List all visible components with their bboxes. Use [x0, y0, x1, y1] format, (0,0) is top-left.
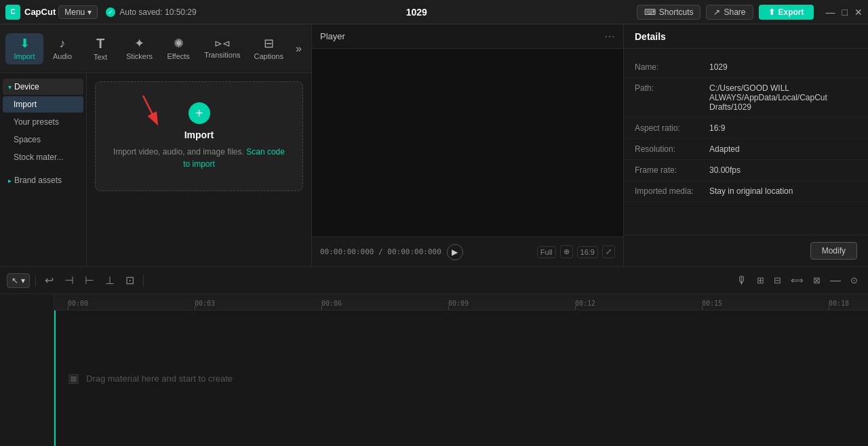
- play-button[interactable]: ▶: [447, 244, 463, 260]
- fullscreen-button[interactable]: Full: [537, 246, 556, 258]
- player-header: Player ⋯: [312, 24, 623, 49]
- modify-button[interactable]: Modify: [810, 242, 857, 260]
- tool-stickers-label: Stickers: [126, 52, 153, 60]
- detail-value-resolution: Adapted: [709, 144, 857, 154]
- sidebar-presets-label: Your presets: [14, 117, 59, 127]
- close-icon[interactable]: ✕: [854, 7, 863, 18]
- export-button[interactable]: ⬆ Export: [759, 5, 814, 20]
- sidebar-section-device[interactable]: ▾ Device: [3, 79, 83, 95]
- trim-button[interactable]: ⊥: [102, 272, 118, 289]
- sidebar-item-spaces[interactable]: Spaces: [3, 131, 83, 148]
- detail-label-imported: Imported media:: [635, 186, 709, 196]
- tool-import-label: Import: [14, 52, 35, 60]
- timeline-zoom-out[interactable]: —: [827, 272, 844, 289]
- timeline-tool-1[interactable]: ⊞: [753, 273, 768, 287]
- timeline-settings[interactable]: ⊙: [847, 273, 861, 287]
- sidebar-device-label: Device: [14, 82, 39, 92]
- import-desc-text: Import video, audio, and image files.: [113, 147, 244, 157]
- expand-button[interactable]: ⤢: [602, 245, 615, 258]
- import-area: + Import Import video, audio, and image …: [87, 73, 311, 266]
- timeline-toolbar: ↖ ▾ ↩ ⊣ ⊢ ⊥ ⊡ 🎙 ⊞ ⊟ ⟺ ⊠ — ⊙: [0, 267, 868, 294]
- import-plus-icon[interactable]: +: [189, 102, 210, 124]
- drag-drop-text: Drag material here and start to create: [86, 373, 233, 384]
- shortcuts-button[interactable]: ⌨ Shortcuts: [637, 5, 701, 20]
- mic-button[interactable]: 🎙: [733, 272, 751, 289]
- minimize-icon[interactable]: —: [826, 7, 835, 18]
- details-title: Details: [635, 31, 666, 42]
- share-label: Share: [724, 7, 745, 17]
- toolbar-expand-button[interactable]: »: [292, 40, 306, 58]
- ruler-mark-1: 00:03: [195, 300, 215, 307]
- detail-row-imported-media: Imported media: Stay in original locatio…: [624, 181, 868, 202]
- redo-split-left[interactable]: ⊣: [61, 272, 77, 289]
- detail-row-resolution: Resolution: Adapted: [624, 139, 868, 160]
- tool-import[interactable]: ⬇ Import: [5, 33, 43, 64]
- sidebar-spaces-label: Spaces: [14, 135, 41, 144]
- menu-button[interactable]: Menu ▾: [58, 5, 98, 19]
- tool-transitions[interactable]: ⊳⊲ Transitions: [197, 35, 247, 63]
- ruler-mark-4: 00:12: [575, 300, 595, 307]
- sidebar-import-label: Import: [14, 100, 37, 109]
- cursor-icon: ↖: [12, 276, 18, 285]
- timeline-tool-2[interactable]: ⊟: [770, 273, 785, 287]
- import-drop-zone[interactable]: + Import Import video, audio, and image …: [95, 81, 303, 191]
- tool-effects[interactable]: ✺ Effects: [159, 33, 197, 64]
- player-title: Player: [320, 31, 345, 41]
- player-options-icon[interactable]: ⋯: [604, 30, 615, 43]
- aspect-ratio-button[interactable]: 16:9: [577, 246, 598, 258]
- split-button[interactable]: ⊢: [81, 272, 98, 289]
- brand-chevron-icon: ▸: [8, 177, 12, 184]
- drag-icon: ▣: [68, 371, 79, 386]
- player-controls: 00:00:00:000 / 00:00:00:000 ▶ Full ⊕ 16:…: [312, 237, 623, 266]
- ruler-mark-0: 00:00: [68, 300, 88, 307]
- tool-text-label: Text: [94, 53, 107, 61]
- transitions-icon: ⊳⊲: [214, 39, 231, 48]
- tool-captions-label: Captions: [254, 52, 283, 60]
- timeline-tool-4[interactable]: ⊠: [810, 273, 824, 287]
- toolbar-separator-2: [143, 275, 144, 287]
- target-icon-button[interactable]: ⊕: [560, 245, 573, 258]
- player-right-controls: Full ⊕ 16:9 ⤢: [537, 245, 615, 258]
- captions-icon: ⊟: [264, 37, 274, 49]
- sidebar-section-brand-assets[interactable]: ▸ Brand assets: [3, 172, 83, 188]
- ruler-tick-4: [575, 306, 576, 310]
- detail-value-aspect: 16:9: [709, 123, 857, 133]
- sidebar-item-your-presets[interactable]: Your presets: [3, 114, 83, 130]
- sidebar-item-stock[interactable]: Stock mater...: [3, 149, 83, 165]
- sidebar-item-import[interactable]: Import: [3, 96, 83, 113]
- window-controls: — □ ✕: [826, 7, 863, 18]
- ruler-mark-5: 00:15: [702, 300, 722, 307]
- tool-audio[interactable]: ♪ Audio: [43, 33, 81, 64]
- share-button[interactable]: ↗ Share: [706, 5, 753, 20]
- sidebar: ▾ Device Import Your presets Spaces Stoc…: [0, 73, 87, 266]
- ruler-mark-3: 00:09: [448, 300, 469, 307]
- tool-text[interactable]: T Text: [81, 33, 119, 65]
- timeline-section: ↖ ▾ ↩ ⊣ ⊢ ⊥ ⊡ 🎙 ⊞ ⊟ ⟺ ⊠ — ⊙ 00:00 00:03: [0, 266, 868, 446]
- timeline-tracks: ▣ Drag material here and start to create: [54, 310, 868, 446]
- details-footer: Modify: [624, 235, 868, 266]
- details-header: Details: [624, 24, 868, 49]
- left-panel: ⬇ Import ♪ Audio T Text ✦ Stickers ✺ Eff…: [0, 24, 312, 266]
- app-logo: C CapCut: [5, 5, 56, 20]
- menu-label: Menu: [64, 7, 85, 17]
- keyboard-icon: ⌨: [644, 7, 656, 17]
- timeline-tool-3[interactable]: ⟺: [787, 273, 807, 287]
- details-body: Name: 1029 Path: C:/Users/GOOD WILL ALWA…: [624, 49, 868, 235]
- ruler-mark-2: 00:06: [321, 300, 342, 307]
- ruler-tick-2: [321, 306, 322, 310]
- tool-captions[interactable]: ⊟ Captions: [248, 33, 290, 64]
- crop-button[interactable]: ⊡: [122, 272, 138, 289]
- maximize-icon[interactable]: □: [842, 7, 848, 18]
- menu-chevron-icon: ▾: [87, 7, 92, 17]
- ruler-tick-0: [68, 306, 68, 310]
- effects-icon: ✺: [174, 37, 184, 49]
- detail-row-aspect: Aspect ratio: 16:9: [624, 118, 868, 139]
- select-tool-button[interactable]: ↖ ▾: [7, 273, 30, 288]
- tool-stickers[interactable]: ✦ Stickers: [119, 33, 159, 64]
- detail-label-resolution: Resolution:: [635, 144, 709, 154]
- undo-button[interactable]: ↩: [41, 272, 57, 289]
- titlebar-right: ⌨ Shortcuts ↗ Share ⬆ Export — □ ✕: [637, 5, 863, 20]
- import-arrow-indicator: [123, 89, 177, 136]
- detail-label-framerate: Frame rate:: [635, 165, 709, 175]
- autosave-text: Auto saved: 10:50:29: [119, 7, 196, 17]
